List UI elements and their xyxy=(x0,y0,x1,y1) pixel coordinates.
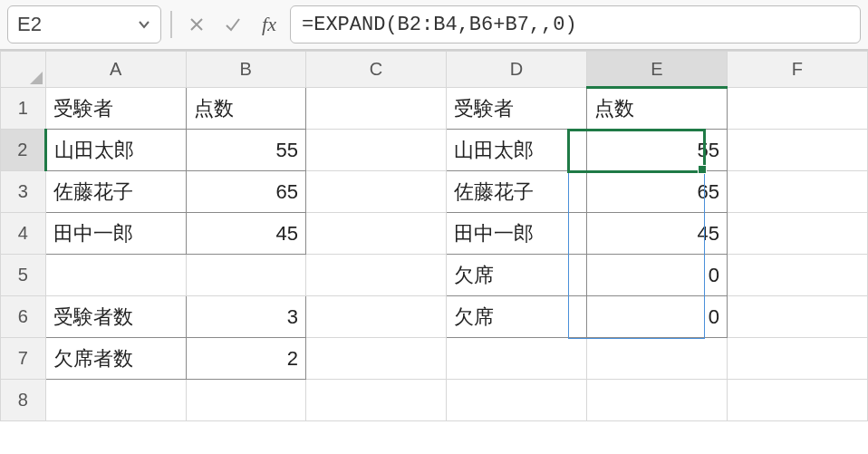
name-box[interactable]: E2 xyxy=(7,5,161,43)
row-header-2[interactable]: 2 xyxy=(1,130,46,171)
chevron-down-icon xyxy=(137,17,151,32)
row-header-5[interactable]: 5 xyxy=(1,255,46,296)
cell-B3[interactable]: 65 xyxy=(186,171,305,213)
cell-A4[interactable]: 田中一郎 xyxy=(45,213,186,255)
row-header-1[interactable]: 1 xyxy=(1,88,46,130)
cell-B2[interactable]: 55 xyxy=(186,130,305,171)
row-header-6[interactable]: 6 xyxy=(1,296,46,338)
cell-C3[interactable] xyxy=(305,171,446,213)
col-header-A[interactable]: A xyxy=(45,52,186,88)
enter-icon[interactable] xyxy=(217,9,248,40)
row-header-4[interactable]: 4 xyxy=(1,213,46,255)
cell-C2[interactable] xyxy=(305,130,446,171)
col-header-F[interactable]: F xyxy=(727,52,867,88)
cancel-icon[interactable] xyxy=(181,9,212,40)
cell-E4[interactable]: 45 xyxy=(586,213,727,255)
col-header-D[interactable]: D xyxy=(446,52,586,88)
cell-B7[interactable]: 2 xyxy=(186,338,305,380)
cell-B1[interactable]: 点数 xyxy=(186,88,305,130)
cell-A1[interactable]: 受験者 xyxy=(45,88,186,130)
cell-F6[interactable] xyxy=(727,296,867,338)
cell-E6[interactable]: 0 xyxy=(586,296,727,338)
cell-D3[interactable]: 佐藤花子 xyxy=(446,171,586,213)
cell-F1[interactable] xyxy=(727,88,867,130)
cell-D8[interactable] xyxy=(446,380,586,421)
cell-D7[interactable] xyxy=(446,338,586,380)
cell-B5[interactable] xyxy=(186,255,305,296)
cell-E5[interactable]: 0 xyxy=(586,255,727,296)
formula-text: =EXPAND(B2:B4,B6+B7,,0) xyxy=(302,14,577,36)
formula-input[interactable]: =EXPAND(B2:B4,B6+B7,,0) xyxy=(290,5,861,43)
col-header-E[interactable]: E xyxy=(586,52,727,88)
cell-E2[interactable]: 55 xyxy=(586,130,727,171)
cell-A8[interactable] xyxy=(45,380,186,421)
cell-F7[interactable] xyxy=(727,338,867,380)
grid[interactable]: A B C D E F 1 受験者 点数 受験者 点数 2 山田太郎 55 山田… xyxy=(0,51,868,421)
cell-A2[interactable]: 山田太郎 xyxy=(45,130,186,171)
separator xyxy=(170,11,172,38)
cell-C8[interactable] xyxy=(305,380,446,421)
cell-F5[interactable] xyxy=(727,255,867,296)
cell-C5[interactable] xyxy=(305,255,446,296)
cell-A3[interactable]: 佐藤花子 xyxy=(45,171,186,213)
formula-bar: E2 fx =EXPAND(B2:B4,B6+B7,,0) xyxy=(0,0,868,51)
cell-B4[interactable]: 45 xyxy=(186,213,305,255)
cell-C6[interactable] xyxy=(305,296,446,338)
cell-F2[interactable] xyxy=(727,130,867,171)
cell-E8[interactable] xyxy=(586,380,727,421)
cell-E7[interactable] xyxy=(586,338,727,380)
col-header-C[interactable]: C xyxy=(305,52,446,88)
cell-D4[interactable]: 田中一郎 xyxy=(446,213,586,255)
cell-E3[interactable]: 65 xyxy=(586,171,727,213)
cell-D6[interactable]: 欠席 xyxy=(446,296,586,338)
cell-A7[interactable]: 欠席者数 xyxy=(45,338,186,380)
cell-F8[interactable] xyxy=(727,380,867,421)
name-box-value: E2 xyxy=(17,13,42,36)
cell-B6[interactable]: 3 xyxy=(186,296,305,338)
col-header-B[interactable]: B xyxy=(186,52,305,88)
cell-A6[interactable]: 受験者数 xyxy=(45,296,186,338)
cell-F3[interactable] xyxy=(727,171,867,213)
row-header-7[interactable]: 7 xyxy=(1,338,46,380)
cell-C1[interactable] xyxy=(305,88,446,130)
cell-A5[interactable] xyxy=(45,255,186,296)
cell-C7[interactable] xyxy=(305,338,446,380)
cell-C4[interactable] xyxy=(305,213,446,255)
cell-D1[interactable]: 受験者 xyxy=(446,88,586,130)
cell-D5[interactable]: 欠席 xyxy=(446,255,586,296)
cell-E1[interactable]: 点数 xyxy=(586,88,727,130)
row-header-8[interactable]: 8 xyxy=(1,380,46,421)
row-header-3[interactable]: 3 xyxy=(1,171,46,213)
cell-D2[interactable]: 山田太郎 xyxy=(446,130,586,171)
worksheet: A B C D E F 1 受験者 点数 受験者 点数 2 山田太郎 55 山田… xyxy=(0,51,868,421)
fx-icon[interactable]: fx xyxy=(254,9,285,40)
select-all-corner[interactable] xyxy=(1,52,46,88)
cell-B8[interactable] xyxy=(186,380,305,421)
cell-F4[interactable] xyxy=(727,213,867,255)
